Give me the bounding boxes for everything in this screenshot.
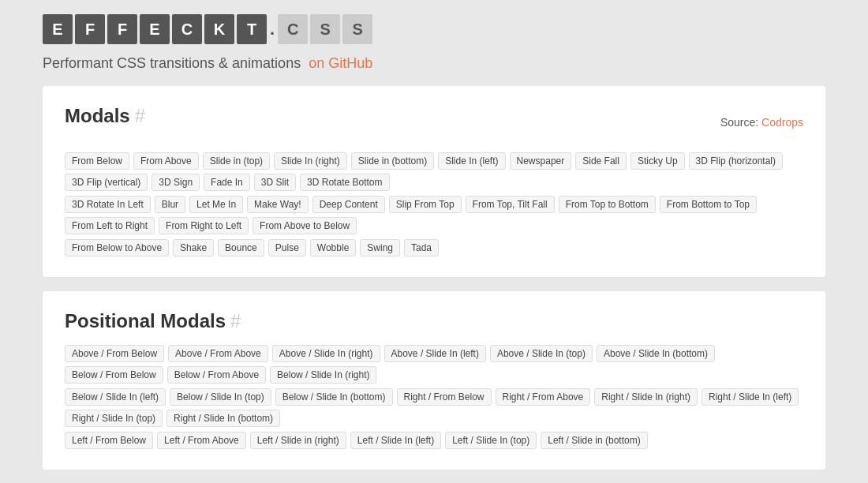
tag[interactable]: Side Fall	[575, 152, 627, 170]
tag[interactable]: Above / From Above	[168, 345, 268, 362]
tag[interactable]: Slide In (right)	[274, 152, 347, 170]
tag[interactable]: Newspaper	[510, 152, 572, 170]
modals-title: Modals #	[65, 105, 145, 127]
tag[interactable]: Slide in (top)	[203, 152, 270, 170]
tag[interactable]: From Below	[65, 152, 129, 170]
logo-k: K	[204, 14, 234, 44]
tag[interactable]: Above / Slide In (right)	[272, 345, 380, 362]
slip-from-top-tag[interactable]: Slip From Top	[389, 196, 462, 213]
tag[interactable]: Below / Slide In (top)	[170, 388, 271, 406]
positional-row-3: Left / From Below Left / From Above Left…	[65, 432, 803, 449]
tag[interactable]: From Left to Right	[65, 217, 155, 234]
tag[interactable]: Make Way!	[247, 196, 309, 213]
positional-row-1: Above / From Below Above / From Above Ab…	[65, 345, 803, 384]
tag[interactable]: Right / From Below	[397, 388, 492, 406]
logo-css-c: C	[278, 14, 308, 44]
tag[interactable]: Below / Slide In (left)	[65, 388, 166, 406]
tag[interactable]: Right / Slide In (top)	[65, 410, 163, 427]
tag[interactable]: Above / Slide In (left)	[384, 345, 486, 362]
logo-dot: .	[270, 19, 275, 39]
positional-hash: #	[230, 310, 241, 332]
tag[interactable]: Deep Content	[312, 196, 385, 213]
tag[interactable]: Left / Slide in (bottom)	[541, 432, 647, 449]
tag[interactable]: Above / From Below	[65, 345, 164, 362]
logo-css-s2: S	[342, 14, 372, 44]
logo-c: C	[172, 14, 202, 44]
logo-f2: F	[107, 14, 137, 44]
positional-section: Positional Modals # Above / From Below A…	[43, 291, 825, 470]
tag[interactable]: Right / From Above	[496, 388, 591, 406]
logo-css-s1: S	[310, 14, 340, 44]
tag[interactable]: Left / Slide In (left)	[350, 432, 441, 449]
logo-css: C S S	[278, 14, 372, 44]
tag[interactable]: Below / Slide In (right)	[270, 366, 376, 384]
tag[interactable]: Below / Slide In (bottom)	[275, 388, 393, 406]
tag[interactable]: Above / Slide In (top)	[490, 345, 593, 362]
codrops-link[interactable]: Codrops	[761, 116, 803, 129]
tag[interactable]: 3D Flip (vertical)	[65, 174, 148, 191]
tag[interactable]: Shake	[173, 239, 214, 256]
tag[interactable]: Left / From Below	[65, 432, 153, 449]
tag[interactable]: Bounce	[218, 239, 264, 256]
tag[interactable]: Sticky Up	[630, 152, 685, 170]
tag[interactable]: Pulse	[268, 239, 306, 256]
tag[interactable]: Right / Slide In (right)	[594, 388, 698, 406]
modals-hash: #	[135, 105, 145, 127]
tag[interactable]: 3D Flip (horizontal)	[689, 152, 783, 170]
modals-row-3: From Below to Above Shake Bounce Pulse W…	[65, 239, 803, 256]
tag[interactable]: From Above to Below	[253, 217, 357, 234]
tag[interactable]: 3D Sign	[152, 174, 200, 191]
tag[interactable]: From Top, Tilt Fall	[466, 196, 555, 213]
tagline-text: Performant CSS transitions & animations	[43, 55, 301, 71]
tag[interactable]: From Bottom to Top	[660, 196, 757, 213]
tag[interactable]: From Top to Bottom	[559, 196, 656, 213]
positional-row-2: Below / Slide In (left) Below / Slide In…	[65, 388, 803, 427]
logo-t: T	[237, 14, 267, 44]
tag[interactable]: Fade In	[204, 174, 250, 191]
source-link: Source: Codrops	[720, 116, 803, 129]
tag[interactable]: Below / From Below	[65, 366, 163, 384]
tag[interactable]: 3D Rotate In Left	[65, 196, 151, 213]
tag[interactable]: Left / Slide In (top)	[445, 432, 537, 449]
tag[interactable]: 3D Rotate Bottom	[300, 174, 389, 191]
modals-row-1: From Below From Above Slide in (top) Sli…	[65, 152, 803, 191]
tag[interactable]: Slide In (left)	[438, 152, 505, 170]
tag[interactable]: Above / Slide In (bottom)	[597, 345, 715, 362]
tag[interactable]: Right / Slide In (left)	[702, 388, 799, 406]
tag[interactable]: Right / Slide In (bottom)	[166, 410, 280, 427]
tag[interactable]: From Right to Left	[159, 217, 249, 234]
tag[interactable]: 3D Slit	[254, 174, 296, 191]
tag[interactable]: Wobble	[310, 239, 356, 256]
tag[interactable]: From Above	[133, 152, 199, 170]
tag[interactable]: Slide in (bottom)	[351, 152, 434, 170]
modals-row-2: 3D Rotate In Left Blur Let Me In Make Wa…	[65, 196, 803, 234]
positional-title: Positional Modals #	[65, 310, 803, 332]
tag[interactable]: Blur	[155, 196, 185, 213]
tag[interactable]: Left / Slide in (right)	[250, 432, 346, 449]
tag[interactable]: Left / From Above	[157, 432, 246, 449]
logo-e1: E	[43, 14, 73, 44]
tag[interactable]: From Below to Above	[65, 239, 169, 256]
logo-f1: F	[75, 14, 105, 44]
tag[interactable]: Tada	[404, 239, 439, 256]
logo-e2: E	[140, 14, 170, 44]
header: E F F E C K T . C S S	[0, 0, 868, 52]
logo-effeckt: E F F E C K T	[43, 14, 267, 44]
tag[interactable]: Let Me In	[189, 196, 243, 213]
tag[interactable]: Below / From Above	[167, 366, 266, 384]
tag[interactable]: Swing	[360, 239, 400, 256]
tagline: Performant CSS transitions & animations …	[0, 52, 868, 86]
modals-section: Modals # Source: Codrops From Below From…	[43, 86, 825, 277]
github-link[interactable]: on GitHub	[309, 55, 372, 71]
